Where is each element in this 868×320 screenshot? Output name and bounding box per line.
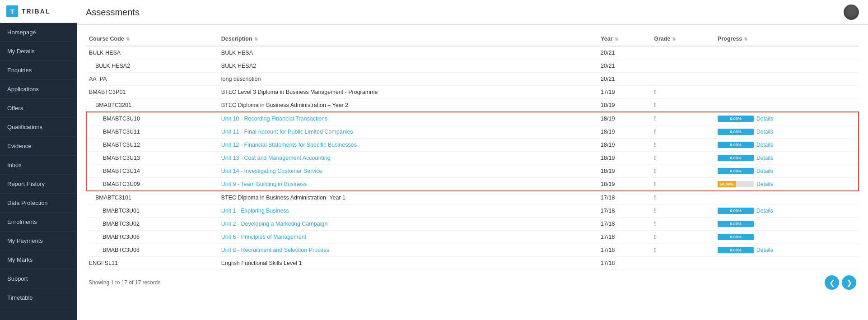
course-code-cell: BMABTC3201 <box>86 99 219 112</box>
details-link[interactable]: Details <box>756 116 773 122</box>
progress-bar-container: 0.00%Details <box>718 129 855 135</box>
main-panel: Assessments Course Code⇅Description⇅Year… <box>77 0 868 320</box>
progress-bar-wrap: 0.00% <box>718 168 754 174</box>
progress-bar-container: 0.00%Details <box>718 116 855 122</box>
sidebar-item-data-protection[interactable]: Data Protection <box>0 194 77 213</box>
progress-cell: 0.00%Details <box>715 165 859 178</box>
table-row: BMABTC3201BTEC Diploma in Business Admin… <box>86 99 859 112</box>
progress-bar-fill: 50.00% <box>718 181 736 187</box>
col-header-progress[interactable]: Progress⇅ <box>715 32 859 46</box>
logo-box: T <box>6 5 18 17</box>
sidebar-item-my-payments[interactable]: My Payments <box>0 232 77 250</box>
sidebar-item-enrolments[interactable]: Enrolments <box>0 213 77 232</box>
sidebar-item-applications[interactable]: Applications <box>0 80 77 99</box>
description-cell: Unit 9 - Team Building in Business <box>219 178 598 191</box>
sidebar-item-report-history[interactable]: Report History <box>0 175 77 194</box>
details-link[interactable]: Details <box>756 155 773 161</box>
progress-bar-fill: 0.00% <box>718 129 754 135</box>
table-row: BMABTC3101BTEC Diploma in Business Admin… <box>86 191 859 204</box>
logo-letter: T <box>10 8 14 15</box>
year-cell: 18/19 <box>598 165 651 178</box>
progress-cell <box>715 60 859 73</box>
progress-bar-fill: 0.00% <box>718 155 754 161</box>
progress-cell: 0.00%Details <box>715 244 859 257</box>
table-row: BMABTC3U08Unit 8 - Recruitment and Selec… <box>86 244 859 257</box>
page-title: Assessments <box>86 7 140 18</box>
table-row: BMABTC3U13Unit 13 - Cost and Management … <box>86 152 859 165</box>
grade-cell: ! <box>651 152 715 165</box>
grade-cell <box>651 257 715 270</box>
progress-bar-container: 0.00%Details <box>718 142 855 148</box>
description-cell: BTEC Diploma in Business Administration … <box>219 99 598 112</box>
grade-cell: ! <box>651 244 715 257</box>
next-page-button[interactable]: ❯ <box>842 275 856 290</box>
sidebar-item-evidence[interactable]: Evidence <box>0 137 77 156</box>
details-link[interactable]: Details <box>756 181 773 187</box>
sidebar-item-timetable[interactable]: Timetable <box>0 288 77 307</box>
description-cell: BULK HESA <box>219 46 598 60</box>
course-code-cell: AA_PA <box>86 73 219 86</box>
col-header-grade[interactable]: Grade⇅ <box>651 32 715 46</box>
progress-cell: 0.00% <box>715 231 859 244</box>
course-code-cell: BMABTC3U10 <box>86 112 219 125</box>
pagination-controls: ❮ ❯ <box>825 275 856 290</box>
prev-page-button[interactable]: ❮ <box>825 275 839 290</box>
table-row: BMABTC3U12Unit 12 - Financial Statements… <box>86 139 859 152</box>
year-cell: 18/19 <box>598 99 651 112</box>
year-cell: 18/19 <box>598 152 651 165</box>
year-cell: 17/18 <box>598 257 651 270</box>
details-link[interactable]: Details <box>756 168 773 174</box>
col-header-course-code[interactable]: Course Code⇅ <box>86 32 219 46</box>
table-row: BMABTC3U11Unit 11 - Final Account for Pu… <box>86 125 859 139</box>
sidebar: T TRIBAL HomepageMy DetailsEnquiriesAppl… <box>0 0 77 320</box>
year-cell: 18/19 <box>598 125 651 139</box>
course-code-cell: BMABTC3U06 <box>86 231 219 244</box>
logo-area: T TRIBAL <box>0 0 77 23</box>
sidebar-item-support[interactable]: Support <box>0 269 77 288</box>
course-code-cell: BMABTC3U13 <box>86 152 219 165</box>
progress-bar-wrap: 0.00% <box>718 116 754 122</box>
sidebar-item-homepage[interactable]: Homepage <box>0 23 77 42</box>
grade-cell: ! <box>651 125 715 139</box>
progress-bar-container: 0.00% <box>718 234 856 240</box>
grade-cell: ! <box>651 191 715 204</box>
col-header-description[interactable]: Description⇅ <box>219 32 598 46</box>
avatar[interactable] <box>844 5 859 20</box>
year-cell: 18/19 <box>598 112 651 125</box>
grade-cell: ! <box>651 86 715 99</box>
details-link[interactable]: Details <box>756 208 773 214</box>
description-cell: Unit 12 - Financial Statements for Speci… <box>219 139 598 152</box>
description-cell: Unit 1 - Exploring Business <box>219 204 598 218</box>
progress-cell: 0.00%Details <box>715 112 859 125</box>
progress-bar-wrap: 0.00% <box>718 155 754 161</box>
description-cell: long description <box>219 73 598 86</box>
sidebar-item-qualifications[interactable]: Qualifications <box>0 118 77 137</box>
grade-cell: ! <box>651 178 715 191</box>
table-row: BULK HESABULK HESA20/21 <box>86 46 859 60</box>
description-cell: BULK HESA2 <box>219 60 598 73</box>
details-link[interactable]: Details <box>756 129 773 135</box>
progress-bar-fill: 0.00% <box>718 142 754 148</box>
course-code-cell: BULK HESA <box>86 46 219 60</box>
description-cell: Unit 6 - Principles of Management <box>219 231 598 244</box>
details-link[interactable]: Details <box>756 142 773 148</box>
grade-cell: ! <box>651 112 715 125</box>
description-cell: Unit 14 - Investigating Customer Service <box>219 165 598 178</box>
progress-cell: 0.00%Details <box>715 125 859 139</box>
details-link[interactable]: Details <box>756 247 773 253</box>
sidebar-item-offers[interactable]: Offers <box>0 99 77 118</box>
sort-icon: ⇅ <box>672 37 676 42</box>
col-header-year[interactable]: Year⇅ <box>598 32 651 46</box>
progress-bar-container: 0.00%Details <box>718 155 855 161</box>
sidebar-item-inbox[interactable]: Inbox <box>0 156 77 175</box>
description-cell: Unit 10 - Recording Financial Transactio… <box>219 112 598 125</box>
course-code-cell: ENGFSL11 <box>86 257 219 270</box>
sidebar-item-enquiries[interactable]: Enquiries <box>0 61 77 80</box>
progress-bar-wrap: 0.00% <box>718 234 754 240</box>
year-cell: 17/18 <box>598 231 651 244</box>
progress-bar-fill: 0.00% <box>718 168 754 174</box>
year-cell: 20/21 <box>598 60 651 73</box>
sidebar-item-my-marks[interactable]: My Marks <box>0 250 77 269</box>
description-cell: Unit 13 - Cost and Management Accounting <box>219 152 598 165</box>
sidebar-item-my-details[interactable]: My Details <box>0 42 77 61</box>
